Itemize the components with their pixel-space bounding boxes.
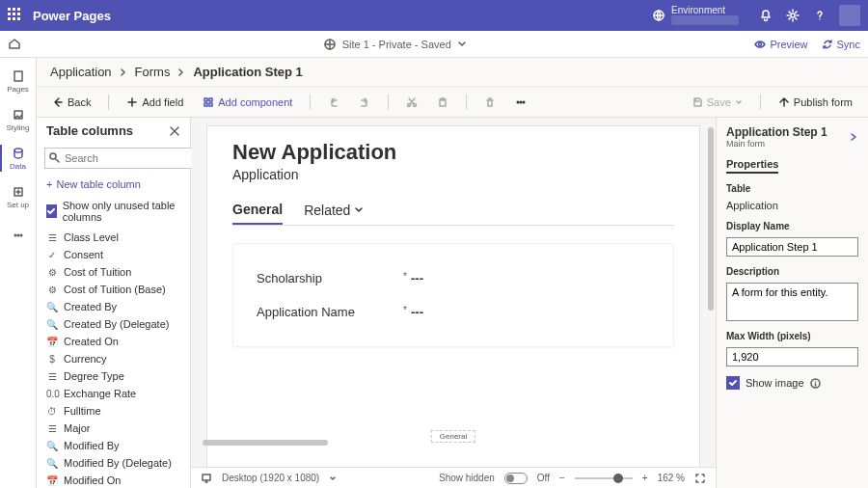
settings-icon[interactable] bbox=[779, 0, 806, 31]
environment-picker[interactable]: Environment bbox=[652, 6, 739, 25]
column-item[interactable]: ☰Degree Type bbox=[37, 367, 190, 385]
show-image-checkbox[interactable] bbox=[726, 376, 740, 390]
column-search-input[interactable] bbox=[44, 148, 204, 169]
breadcrumb-forms[interactable]: Forms bbox=[135, 65, 171, 79]
column-item[interactable]: 🔍Created By bbox=[37, 298, 190, 315]
column-type-icon: ✓ bbox=[46, 250, 58, 260]
tab-related[interactable]: Related bbox=[304, 202, 364, 225]
breadcrumb-application[interactable]: Application bbox=[50, 65, 112, 79]
column-label: Consent bbox=[64, 249, 103, 260]
column-item[interactable]: ⏱Fulltime bbox=[37, 402, 190, 420]
rail-pages[interactable]: Pages bbox=[0, 62, 36, 100]
column-item[interactable]: ☰Major bbox=[37, 420, 190, 437]
chevron-down-icon bbox=[354, 205, 364, 215]
column-type-icon: ⏱ bbox=[46, 406, 58, 417]
form-section[interactable]: Scholarship* --- Application Name* --- bbox=[232, 243, 674, 347]
zoom-in-button[interactable]: + bbox=[642, 473, 648, 483]
column-type-icon: 📅 bbox=[46, 337, 58, 347]
canvas-hscrollbar[interactable] bbox=[203, 440, 328, 446]
preview-button[interactable]: Preview bbox=[754, 39, 807, 50]
unused-label: Show only unused table columns bbox=[63, 200, 180, 223]
column-label: Degree Type bbox=[64, 370, 124, 382]
svg-point-5 bbox=[14, 149, 22, 152]
column-item[interactable]: $Currency bbox=[37, 350, 190, 367]
show-hidden-label: Show hidden bbox=[439, 473, 495, 483]
svg-point-18 bbox=[518, 101, 520, 103]
properties-panel: Application Step 1 Main form Properties … bbox=[716, 118, 868, 488]
back-button[interactable]: Back bbox=[46, 94, 96, 111]
column-list: ☰Class Level✓Consent⚙Cost of Tuition⚙Cos… bbox=[37, 229, 190, 488]
info-icon[interactable] bbox=[810, 378, 821, 389]
rail-setup[interactable]: Set up bbox=[0, 177, 36, 216]
svg-rect-22 bbox=[203, 474, 210, 480]
prop-maxwidth-input[interactable] bbox=[726, 347, 858, 366]
svg-point-21 bbox=[50, 153, 56, 159]
user-avatar[interactable] bbox=[839, 5, 860, 26]
column-type-icon: 🔍 bbox=[46, 441, 58, 451]
column-item[interactable]: ☰Class Level bbox=[37, 229, 190, 246]
canvas-vscrollbar[interactable] bbox=[708, 127, 714, 311]
section-drop-target[interactable]: General bbox=[431, 430, 475, 443]
chevron-right-icon bbox=[177, 68, 185, 76]
column-item[interactable]: 🔍Created By (Delegate) bbox=[37, 315, 190, 333]
column-item[interactable]: 📅Created On bbox=[37, 333, 190, 350]
environment-icon bbox=[652, 9, 665, 22]
column-type-icon: ⚙ bbox=[46, 267, 58, 278]
svg-point-8 bbox=[17, 234, 19, 236]
column-label: Cost of Tuition (Base) bbox=[64, 284, 166, 295]
rail-data[interactable]: Data bbox=[0, 139, 36, 177]
column-label: Created By (Delegate) bbox=[64, 318, 169, 330]
canvas-statusbar: Desktop (1920 x 1080) Show hidden Off − … bbox=[191, 467, 716, 488]
chevron-down-icon[interactable] bbox=[329, 474, 337, 482]
panel-title: Table columns bbox=[46, 123, 133, 138]
prop-displayname-input[interactable] bbox=[726, 237, 858, 257]
svg-rect-10 bbox=[204, 98, 207, 101]
rail-more[interactable] bbox=[0, 216, 36, 255]
publish-button[interactable]: Publish form bbox=[773, 94, 858, 111]
unused-checkbox[interactable] bbox=[46, 204, 57, 218]
close-icon[interactable] bbox=[169, 125, 180, 137]
column-label: Modified On bbox=[64, 474, 121, 486]
notifications-icon[interactable] bbox=[752, 0, 779, 31]
form-canvas[interactable]: New Application Application General Rela… bbox=[206, 125, 700, 467]
eye-icon bbox=[754, 39, 766, 50]
column-item[interactable]: ✓Consent bbox=[37, 246, 190, 263]
column-item[interactable]: 0.0Exchange Rate bbox=[37, 385, 190, 402]
home-icon[interactable] bbox=[8, 37, 21, 52]
column-item[interactable]: ⚙Cost of Tuition bbox=[37, 263, 190, 281]
sync-button[interactable]: Sync bbox=[822, 39, 860, 50]
environment-name bbox=[671, 15, 739, 25]
fit-icon[interactable] bbox=[694, 473, 706, 484]
zoom-slider[interactable] bbox=[575, 477, 633, 479]
svg-point-9 bbox=[20, 234, 22, 236]
chevron-down-icon[interactable] bbox=[457, 40, 467, 49]
site-label[interactable]: Site 1 - Private - Saved bbox=[342, 39, 451, 50]
tab-general[interactable]: General bbox=[232, 202, 283, 225]
app-title: Power Pages bbox=[33, 9, 111, 23]
prop-description-input[interactable] bbox=[726, 283, 858, 321]
chevron-right-icon[interactable] bbox=[849, 132, 858, 142]
column-item[interactable]: 📅Modified On bbox=[37, 472, 190, 488]
column-label: Currency bbox=[64, 353, 107, 365]
column-type-icon: 🔍 bbox=[46, 319, 58, 330]
rail-styling[interactable]: Styling bbox=[0, 100, 36, 139]
field-application-name[interactable]: Application Name* --- bbox=[257, 295, 650, 329]
column-item[interactable]: ⚙Cost of Tuition (Base) bbox=[37, 281, 190, 298]
new-table-column[interactable]: +New table column bbox=[37, 173, 190, 196]
column-item[interactable]: 🔍Modified By bbox=[37, 437, 190, 454]
viewport-label[interactable]: Desktop (1920 x 1080) bbox=[222, 473, 319, 483]
app-header: Power Pages Environment bbox=[0, 0, 868, 31]
svg-rect-11 bbox=[209, 98, 212, 101]
prop-title: Application Step 1 bbox=[726, 125, 827, 139]
add-field-button[interactable]: Add field bbox=[121, 94, 189, 111]
waffle-icon[interactable] bbox=[8, 8, 23, 23]
show-hidden-toggle[interactable] bbox=[504, 473, 528, 484]
column-type-icon: 📅 bbox=[46, 475, 58, 486]
chevron-down-icon bbox=[735, 98, 743, 106]
help-icon[interactable] bbox=[806, 0, 833, 31]
zoom-out-button[interactable]: − bbox=[559, 473, 565, 483]
add-component-button[interactable]: Add component bbox=[197, 94, 298, 111]
field-scholarship[interactable]: Scholarship* --- bbox=[257, 261, 650, 295]
column-item[interactable]: 🔍Modified By (Delegate) bbox=[37, 454, 190, 472]
more-button[interactable] bbox=[509, 94, 532, 111]
